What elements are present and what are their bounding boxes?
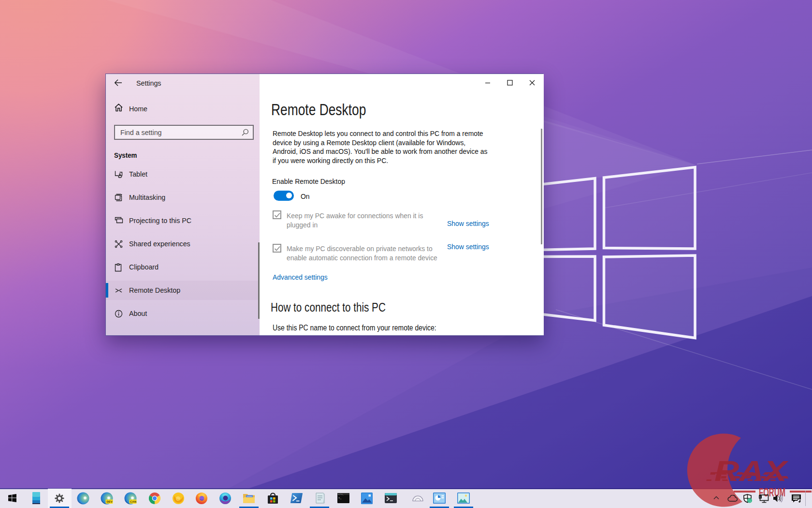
svg-text:RAX: RAX — [714, 455, 789, 487]
